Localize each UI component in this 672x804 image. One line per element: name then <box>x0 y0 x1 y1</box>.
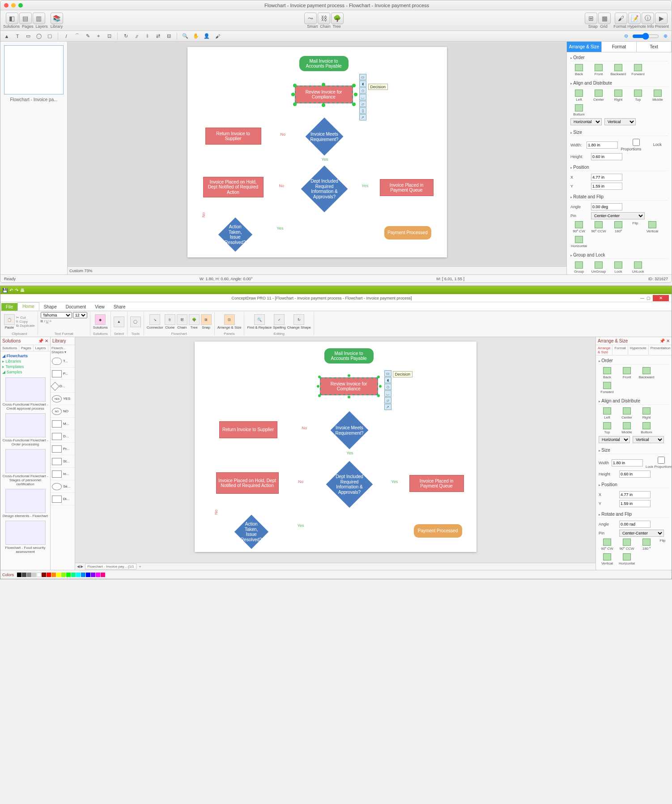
handle[interactable] <box>348 396 350 398</box>
zoom-slider[interactable] <box>632 33 659 40</box>
flip-h[interactable]: Horizontal <box>570 236 587 248</box>
lock-prop[interactable] <box>621 139 652 146</box>
handle[interactable] <box>354 93 357 96</box>
order-back[interactable]: Back <box>599 367 616 379</box>
align-left[interactable]: Left <box>570 90 587 102</box>
solutions-button[interactable]: ◆Solutions <box>93 314 108 329</box>
swatch[interactable] <box>86 573 90 577</box>
dist-h[interactable]: Horizontal <box>599 436 630 443</box>
node-meets-req[interactable]: Invoice Meets Requirement? <box>330 411 368 449</box>
swatch[interactable] <box>101 573 105 577</box>
w-fv[interactable]: Vertical <box>599 553 616 565</box>
handle[interactable] <box>352 84 356 87</box>
lib-shape[interactable]: T... <box>51 355 75 368</box>
format-button[interactable]: 🖌 <box>615 13 627 24</box>
w-width[interactable] <box>612 459 643 466</box>
handle[interactable] <box>317 385 319 388</box>
lib-shape[interactable]: Se... <box>51 480 75 493</box>
handle[interactable] <box>318 376 321 378</box>
lib-shape[interactable]: In... <box>51 468 75 480</box>
swatch[interactable] <box>81 573 85 577</box>
align-center[interactable]: Center <box>590 90 607 102</box>
node-action[interactable]: Action Taken, Issue Resolved? <box>234 515 268 549</box>
tree-templates[interactable]: ▸ Templates <box>2 364 48 369</box>
unlock-btn[interactable]: UnLock <box>629 261 646 274</box>
chooser-pred[interactable]: ▯ <box>359 107 366 114</box>
rect-tool[interactable]: ▭ <box>24 32 33 40</box>
node-mail-invoice[interactable]: Mail Invoice to Accounts Payable <box>299 56 349 71</box>
w-y[interactable] <box>619 500 651 507</box>
page-thumbnail[interactable] <box>4 45 64 94</box>
hypernote-button[interactable]: 📝 <box>628 13 641 24</box>
order-backward[interactable]: Backward <box>638 367 655 379</box>
lib-shape[interactable]: YESYES <box>51 393 75 405</box>
order-forward[interactable]: Forward <box>629 64 646 76</box>
dist-vert[interactable]: Vertical <box>604 118 636 125</box>
lib-shape[interactable]: M... <box>51 418 75 430</box>
lib-shape[interactable]: St... <box>51 455 75 468</box>
wtab-hypernote[interactable]: Hypernote <box>628 345 649 355</box>
node-hold[interactable]: Invoice Placed on Hold, Dept Notified of… <box>216 472 279 494</box>
node-return[interactable]: Return Invoice to Supplier <box>205 128 261 145</box>
node-dept-info[interactable]: Dept Included Required Information & App… <box>301 166 348 213</box>
pages-button[interactable]: ▤ <box>19 13 32 24</box>
handle[interactable] <box>293 103 297 106</box>
x-field[interactable] <box>591 174 622 181</box>
canvas[interactable]: Mail Invoice to Accounts Payable Review … <box>68 42 566 266</box>
chain-button[interactable]: ⛓Chain <box>177 314 187 329</box>
soltab-pages[interactable]: Pages <box>19 345 34 351</box>
chooser-item[interactable]: ◡ <box>384 390 391 397</box>
info-button[interactable]: ⓘ <box>642 13 654 24</box>
swatch[interactable] <box>17 573 21 577</box>
zoom-out-icon[interactable]: 🔍 <box>181 32 190 40</box>
node-queue[interactable]: Invoice Placed in Payment Queue <box>380 179 434 196</box>
tab-view[interactable]: View <box>90 303 109 311</box>
qat-print-icon[interactable]: 🖶 <box>20 288 25 293</box>
underline-button[interactable]: U <box>46 319 49 323</box>
change-shape-button[interactable]: ↻Change Shape <box>287 314 311 329</box>
handle[interactable] <box>377 376 380 378</box>
chooser-more[interactable]: ↗ <box>359 114 366 120</box>
pointer-tool[interactable]: ▲ <box>2 32 11 40</box>
italic-button[interactable]: I <box>44 319 45 323</box>
ungroup-btn[interactable]: UnGroup <box>590 261 607 274</box>
connector-button[interactable]: ↘Connector <box>147 314 163 329</box>
swatch[interactable] <box>91 573 95 577</box>
cut-button[interactable]: ✂ Cut <box>16 316 35 320</box>
handle[interactable] <box>322 103 325 107</box>
rotate-tool[interactable]: ↻ <box>121 32 130 40</box>
align-right[interactable]: Right <box>638 407 655 419</box>
minimize-button[interactable]: — <box>640 296 644 300</box>
swatch[interactable] <box>22 573 26 577</box>
w-180[interactable]: 180 º <box>638 539 655 551</box>
solutions-button[interactable]: ◧ <box>6 13 18 24</box>
swatch[interactable] <box>66 573 71 577</box>
lib-shape[interactable]: D... <box>51 430 75 443</box>
node-meets-req[interactable]: Invoice Meets Requirement? <box>305 118 343 156</box>
zoom-level[interactable]: Custom 73% <box>69 269 93 273</box>
align-left[interactable]: Left <box>599 407 616 419</box>
arc-tool[interactable]: ⌒ <box>72 32 81 40</box>
chooser-process[interactable]: ▭ <box>359 74 366 80</box>
handle[interactable] <box>377 394 380 397</box>
node-return[interactable]: Return Invoice to Supplier <box>219 421 277 438</box>
present-button[interactable]: ▶ <box>655 13 668 24</box>
group-tool[interactable]: ⊟ <box>164 32 173 40</box>
add-sheet-icon[interactable]: ＋ <box>138 564 142 569</box>
w-x[interactable] <box>619 491 651 498</box>
node-action[interactable]: Action Taken, Issue Resolved? <box>218 218 252 252</box>
soltab-solutions[interactable]: Solutions <box>0 345 19 351</box>
spell-button[interactable]: ✓Spelling <box>273 314 285 329</box>
sample-item[interactable]: Cross-Functional Flowchart - Order proce… <box>1 413 49 446</box>
order-front[interactable]: Front <box>590 64 607 76</box>
qat-redo-icon[interactable]: ↷ <box>15 288 18 293</box>
align-bottom[interactable]: Bottom <box>638 422 655 434</box>
swatch[interactable] <box>96 573 100 577</box>
pin-icon[interactable]: 📌 ✕ <box>38 338 48 343</box>
tree-samples[interactable]: ◢ Samples <box>2 369 48 375</box>
order-back[interactable]: Back <box>570 64 587 76</box>
handle[interactable] <box>348 374 350 377</box>
swatch[interactable] <box>37 573 41 577</box>
paste-button[interactable]: 📋Paste <box>4 314 15 329</box>
copy-button[interactable]: ⎘ Copy <box>16 320 35 324</box>
